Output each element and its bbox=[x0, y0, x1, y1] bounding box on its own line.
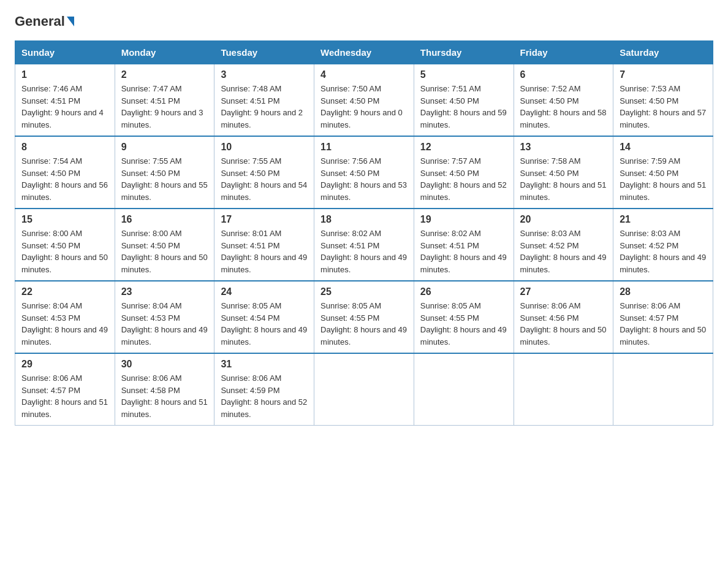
day-number: 4 bbox=[320, 69, 408, 80]
calendar-cell: 27 Sunrise: 8:06 AMSunset: 4:56 PMDaylig… bbox=[514, 281, 613, 353]
day-number: 6 bbox=[520, 69, 607, 80]
day-info: Sunrise: 8:02 AMSunset: 4:51 PMDaylight:… bbox=[320, 228, 408, 275]
day-number: 30 bbox=[121, 359, 208, 370]
day-number: 2 bbox=[121, 69, 208, 80]
calendar-cell: 24 Sunrise: 8:05 AMSunset: 4:54 PMDaylig… bbox=[214, 281, 314, 353]
calendar-week-row: 22 Sunrise: 8:04 AMSunset: 4:53 PMDaylig… bbox=[15, 281, 713, 353]
day-number: 21 bbox=[620, 214, 707, 225]
day-info: Sunrise: 8:03 AMSunset: 4:52 PMDaylight:… bbox=[520, 228, 607, 275]
day-number: 14 bbox=[620, 142, 707, 153]
calendar-week-row: 8 Sunrise: 7:54 AMSunset: 4:50 PMDayligh… bbox=[15, 136, 713, 209]
calendar-cell: 19 Sunrise: 8:02 AMSunset: 4:51 PMDaylig… bbox=[414, 209, 514, 281]
day-info: Sunrise: 8:05 AMSunset: 4:55 PMDaylight:… bbox=[320, 300, 408, 348]
calendar-cell bbox=[613, 353, 713, 426]
day-number: 26 bbox=[420, 286, 507, 297]
day-info: Sunrise: 7:57 AMSunset: 4:50 PMDaylight:… bbox=[420, 155, 507, 203]
calendar-cell: 26 Sunrise: 8:05 AMSunset: 4:55 PMDaylig… bbox=[414, 281, 514, 353]
day-info: Sunrise: 7:58 AMSunset: 4:50 PMDaylight:… bbox=[520, 155, 607, 203]
day-number: 23 bbox=[121, 286, 208, 297]
calendar-cell: 29 Sunrise: 8:06 AMSunset: 4:57 PMDaylig… bbox=[15, 353, 115, 426]
day-info: Sunrise: 7:50 AMSunset: 4:50 PMDaylight:… bbox=[320, 83, 408, 131]
weekday-header-friday: Friday bbox=[514, 41, 613, 64]
day-info: Sunrise: 8:04 AMSunset: 4:53 PMDaylight:… bbox=[21, 300, 108, 348]
calendar-cell: 20 Sunrise: 8:03 AMSunset: 4:52 PMDaylig… bbox=[514, 209, 613, 281]
day-info: Sunrise: 8:06 AMSunset: 4:56 PMDaylight:… bbox=[520, 300, 607, 348]
day-number: 18 bbox=[320, 214, 408, 225]
day-number: 20 bbox=[520, 214, 607, 225]
calendar-cell: 1 Sunrise: 7:46 AMSunset: 4:51 PMDayligh… bbox=[15, 64, 115, 137]
day-info: Sunrise: 7:48 AMSunset: 4:51 PMDaylight:… bbox=[221, 83, 308, 131]
weekday-header-thursday: Thursday bbox=[414, 41, 514, 64]
day-number: 27 bbox=[520, 286, 607, 297]
calendar-cell: 15 Sunrise: 8:00 AMSunset: 4:50 PMDaylig… bbox=[15, 209, 115, 281]
day-info: Sunrise: 8:03 AMSunset: 4:52 PMDaylight:… bbox=[620, 228, 707, 275]
logo: General bbox=[15, 15, 74, 28]
day-number: 13 bbox=[520, 142, 607, 153]
calendar-table: SundayMondayTuesdayWednesdayThursdayFrid… bbox=[15, 40, 713, 426]
calendar-cell: 16 Sunrise: 8:00 AMSunset: 4:50 PMDaylig… bbox=[115, 209, 214, 281]
calendar-cell: 4 Sunrise: 7:50 AMSunset: 4:50 PMDayligh… bbox=[314, 64, 414, 137]
day-number: 5 bbox=[420, 69, 507, 80]
day-info: Sunrise: 8:00 AMSunset: 4:50 PMDaylight:… bbox=[21, 228, 108, 275]
calendar-cell: 7 Sunrise: 7:53 AMSunset: 4:50 PMDayligh… bbox=[613, 64, 713, 137]
calendar-cell: 6 Sunrise: 7:52 AMSunset: 4:50 PMDayligh… bbox=[514, 64, 613, 137]
day-number: 19 bbox=[420, 214, 507, 225]
day-info: Sunrise: 7:46 AMSunset: 4:51 PMDaylight:… bbox=[21, 83, 108, 131]
day-info: Sunrise: 8:05 AMSunset: 4:54 PMDaylight:… bbox=[221, 300, 308, 348]
day-number: 15 bbox=[21, 214, 108, 225]
day-info: Sunrise: 8:06 AMSunset: 4:57 PMDaylight:… bbox=[620, 300, 707, 348]
weekday-header-monday: Monday bbox=[115, 41, 214, 64]
calendar-cell: 22 Sunrise: 8:04 AMSunset: 4:53 PMDaylig… bbox=[15, 281, 115, 353]
calendar-cell: 9 Sunrise: 7:55 AMSunset: 4:50 PMDayligh… bbox=[115, 136, 214, 209]
day-number: 3 bbox=[221, 69, 308, 80]
day-number: 25 bbox=[320, 286, 408, 297]
day-number: 10 bbox=[221, 142, 308, 153]
calendar-cell: 25 Sunrise: 8:05 AMSunset: 4:55 PMDaylig… bbox=[314, 281, 414, 353]
day-number: 22 bbox=[21, 286, 108, 297]
day-info: Sunrise: 7:55 AMSunset: 4:50 PMDaylight:… bbox=[221, 155, 308, 203]
day-number: 24 bbox=[221, 286, 308, 297]
day-number: 1 bbox=[21, 69, 108, 80]
day-info: Sunrise: 8:04 AMSunset: 4:53 PMDaylight:… bbox=[121, 300, 208, 348]
day-info: Sunrise: 8:01 AMSunset: 4:51 PMDaylight:… bbox=[221, 228, 308, 275]
calendar-cell: 10 Sunrise: 7:55 AMSunset: 4:50 PMDaylig… bbox=[214, 136, 314, 209]
weekday-header-tuesday: Tuesday bbox=[214, 41, 314, 64]
calendar-cell: 3 Sunrise: 7:48 AMSunset: 4:51 PMDayligh… bbox=[214, 64, 314, 137]
weekday-header-saturday: Saturday bbox=[613, 41, 713, 64]
calendar-cell bbox=[314, 353, 414, 426]
day-number: 28 bbox=[620, 286, 707, 297]
calendar-cell: 17 Sunrise: 8:01 AMSunset: 4:51 PMDaylig… bbox=[214, 209, 314, 281]
calendar-week-row: 29 Sunrise: 8:06 AMSunset: 4:57 PMDaylig… bbox=[15, 353, 713, 426]
day-number: 16 bbox=[121, 214, 208, 225]
day-number: 31 bbox=[221, 359, 308, 370]
weekday-header-row: SundayMondayTuesdayWednesdayThursdayFrid… bbox=[15, 41, 713, 64]
day-info: Sunrise: 7:52 AMSunset: 4:50 PMDaylight:… bbox=[520, 83, 607, 131]
calendar-cell: 30 Sunrise: 8:06 AMSunset: 4:58 PMDaylig… bbox=[115, 353, 214, 426]
day-info: Sunrise: 8:02 AMSunset: 4:51 PMDaylight:… bbox=[420, 228, 507, 275]
day-info: Sunrise: 7:59 AMSunset: 4:50 PMDaylight:… bbox=[620, 155, 707, 203]
calendar-cell: 18 Sunrise: 8:02 AMSunset: 4:51 PMDaylig… bbox=[314, 209, 414, 281]
day-info: Sunrise: 7:47 AMSunset: 4:51 PMDaylight:… bbox=[121, 83, 208, 131]
day-info: Sunrise: 8:06 AMSunset: 4:57 PMDaylight:… bbox=[21, 372, 108, 420]
calendar-cell bbox=[514, 353, 613, 426]
calendar-cell: 31 Sunrise: 8:06 AMSunset: 4:59 PMDaylig… bbox=[214, 353, 314, 426]
weekday-header-sunday: Sunday bbox=[15, 41, 115, 64]
day-number: 11 bbox=[320, 142, 408, 153]
day-info: Sunrise: 7:56 AMSunset: 4:50 PMDaylight:… bbox=[320, 155, 408, 203]
day-info: Sunrise: 7:53 AMSunset: 4:50 PMDaylight:… bbox=[620, 83, 707, 131]
day-number: 9 bbox=[121, 142, 208, 153]
calendar-cell: 13 Sunrise: 7:58 AMSunset: 4:50 PMDaylig… bbox=[514, 136, 613, 209]
calendar-cell: 28 Sunrise: 8:06 AMSunset: 4:57 PMDaylig… bbox=[613, 281, 713, 353]
calendar-cell: 5 Sunrise: 7:51 AMSunset: 4:50 PMDayligh… bbox=[414, 64, 514, 137]
calendar-cell: 11 Sunrise: 7:56 AMSunset: 4:50 PMDaylig… bbox=[314, 136, 414, 209]
day-info: Sunrise: 7:54 AMSunset: 4:50 PMDaylight:… bbox=[21, 155, 108, 203]
logo-general-text: General bbox=[15, 15, 74, 28]
day-info: Sunrise: 8:06 AMSunset: 4:59 PMDaylight:… bbox=[221, 372, 308, 420]
calendar-cell: 23 Sunrise: 8:04 AMSunset: 4:53 PMDaylig… bbox=[115, 281, 214, 353]
calendar-cell: 8 Sunrise: 7:54 AMSunset: 4:50 PMDayligh… bbox=[15, 136, 115, 209]
page-header: General bbox=[15, 15, 713, 28]
calendar-week-row: 15 Sunrise: 8:00 AMSunset: 4:50 PMDaylig… bbox=[15, 209, 713, 281]
calendar-cell: 21 Sunrise: 8:03 AMSunset: 4:52 PMDaylig… bbox=[613, 209, 713, 281]
day-number: 29 bbox=[21, 359, 108, 370]
day-info: Sunrise: 7:55 AMSunset: 4:50 PMDaylight:… bbox=[121, 155, 208, 203]
